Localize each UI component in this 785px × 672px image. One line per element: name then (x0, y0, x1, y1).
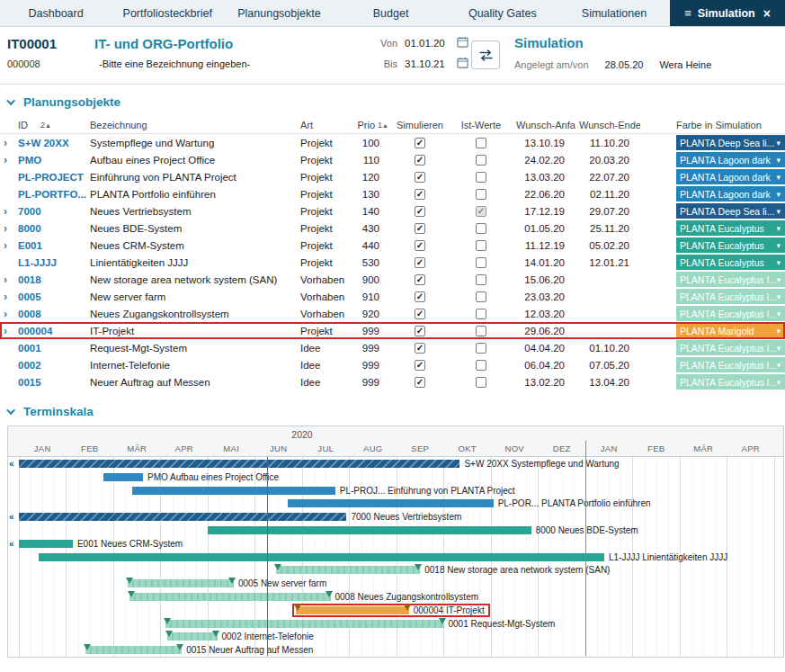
ist-werte-checkbox[interactable] (476, 326, 486, 336)
gantt-bar[interactable] (39, 553, 604, 561)
row-expander-icon[interactable]: › (4, 326, 7, 336)
cell-project-id[interactable]: 0015 (14, 377, 86, 388)
planning-section-header[interactable]: Planungsobjekte (0, 85, 785, 112)
ist-werte-checkbox[interactable] (476, 189, 486, 200)
gantt-bar[interactable] (19, 513, 347, 521)
header-art[interactable]: Art (297, 120, 349, 130)
simulieren-checkbox[interactable]: ✓ (415, 257, 425, 268)
ist-werte-checkbox[interactable] (476, 291, 486, 302)
simulieren-checkbox[interactable]: ✓ (415, 240, 425, 251)
farbe-select[interactable]: PLANTA Lagoon dark▾ (676, 169, 785, 184)
tab-portfoliosteckbrief[interactable]: Portfoliosteckbrief (112, 0, 223, 26)
table-row[interactable]: ›0005New server farmVorhaben910✓23.03.20… (0, 288, 785, 305)
row-expander-icon[interactable]: › (4, 138, 7, 148)
farbe-select[interactable]: PLANTA Marigold▾ (676, 323, 785, 338)
row-expander-icon[interactable]: › (4, 309, 7, 319)
tab-simulation-active[interactable]: ≡ Simulation × (670, 0, 785, 26)
bis-date-field[interactable]: 31.10.21 (405, 58, 450, 69)
cell-project-id[interactable]: 7000 (14, 206, 86, 217)
von-date-field[interactable]: 01.01.20 (405, 38, 450, 49)
row-expander-icon[interactable]: › (4, 223, 7, 234)
simulieren-checkbox[interactable]: ✓ (415, 223, 425, 234)
farbe-select[interactable]: PLANTA Lagoon dark▾ (676, 186, 785, 202)
header-simulieren[interactable]: Simulieren (390, 120, 450, 130)
table-row[interactable]: ›S+W 20XXSystempflege und WartungProjekt… (0, 134, 785, 151)
simulieren-checkbox[interactable]: ✓ (415, 189, 425, 200)
farbe-select[interactable]: PLANTA Eucalyptus l...▾ (676, 374, 785, 390)
gantt-bar[interactable] (19, 540, 73, 548)
ist-werte-checkbox[interactable] (476, 274, 486, 285)
simulieren-checkbox[interactable]: ✓ (415, 343, 425, 354)
tab-budget[interactable]: Budget (335, 0, 447, 26)
simulieren-checkbox[interactable]: ✓ (415, 309, 425, 319)
timeline-section-header[interactable]: Terminskala (0, 390, 785, 422)
row-expander-icon[interactable]: › (4, 274, 7, 285)
table-row[interactable]: ›8000Neues BDE-SystemProjekt430✓01.05.20… (0, 220, 785, 237)
calendar-icon[interactable] (457, 57, 468, 70)
ist-werte-checkbox[interactable] (476, 377, 486, 388)
cell-project-id[interactable]: S+W 20XX (14, 138, 86, 148)
header-id[interactable]: ID 2▲ (14, 120, 86, 130)
farbe-select[interactable]: PLANTA Deep Sea li...▾ (676, 135, 785, 150)
row-expander-icon[interactable]: › (4, 155, 7, 166)
cell-project-id[interactable]: 8000 (14, 223, 86, 234)
gantt-bar[interactable] (208, 526, 531, 534)
header-ist-werte[interactable]: Ist-Werte (450, 120, 513, 130)
ist-werte-checkbox[interactable] (476, 155, 486, 166)
simulieren-checkbox[interactable]: ✓ (415, 360, 425, 371)
farbe-select[interactable]: PLANTA Eucalyptus l...▾ (676, 289, 785, 304)
cell-project-id[interactable]: 0002 (14, 360, 86, 371)
tab-quality-gates[interactable]: Quality Gates (447, 0, 558, 26)
cell-project-id[interactable]: 0008 (14, 309, 86, 319)
table-row[interactable]: 0001Request-Mgt-SystemIdee999✓04.04.2001… (0, 339, 785, 356)
gantt-bar[interactable] (132, 487, 335, 495)
gantt-bar[interactable] (288, 499, 493, 507)
gantt-bar[interactable] (85, 646, 183, 654)
table-row[interactable]: ›0008Neues ZugangskontrollsystemVorhaben… (0, 305, 785, 322)
ist-werte-checkbox[interactable] (476, 240, 486, 251)
cell-project-id[interactable]: E001 (14, 240, 86, 251)
table-row[interactable]: ›000004IT-ProjektProjekt999✓29.06.20PLAN… (0, 322, 785, 339)
gantt-bar[interactable] (19, 460, 460, 468)
cell-project-id[interactable]: PL-PORTFO... (14, 189, 86, 200)
tab-planungsobjekte[interactable]: Planungsobjekte (223, 0, 335, 26)
simulieren-checkbox[interactable]: ✓ (415, 377, 425, 388)
cell-project-id[interactable]: 0018 (14, 274, 86, 285)
gantt-bar[interactable] (167, 632, 217, 641)
cell-project-id[interactable]: PL-PROJECT (14, 172, 86, 183)
table-row[interactable]: PL-PORTFO...PLANTA Portfolio einführenPr… (0, 185, 785, 202)
ist-werte-checkbox[interactable] (476, 223, 486, 234)
farbe-select[interactable]: PLANTA Lagoon dark▾ (676, 152, 785, 167)
farbe-select[interactable]: PLANTA Eucalyptus▾ (676, 220, 785, 236)
refresh-button[interactable] (471, 40, 500, 69)
collapse-chevron-icon[interactable] (6, 96, 15, 105)
cell-project-id[interactable]: L1-JJJJ (14, 257, 86, 268)
cell-project-id[interactable]: PMO (14, 155, 86, 166)
simulieren-checkbox[interactable]: ✓ (415, 291, 425, 302)
ist-werte-checkbox[interactable] (476, 257, 486, 268)
ist-werte-checkbox[interactable] (476, 343, 486, 354)
header-wunsch-anfang[interactable]: Wunsch-Anfang (513, 120, 575, 130)
gantt-bar[interactable] (129, 593, 330, 601)
gantt-bar[interactable] (276, 566, 420, 574)
farbe-select[interactable]: PLANTA Eucalyptus l...▾ (676, 306, 785, 321)
tab-dashboard[interactable]: Dashboard (0, 0, 112, 26)
cell-project-id[interactable]: 000004 (14, 326, 86, 336)
portfolio-subtitle[interactable]: -Bitte eine Bezeichnung eingeben- (99, 58, 250, 69)
table-row[interactable]: ›7000Neues VertriebsystemProjekt140✓✓17.… (0, 202, 785, 220)
cell-project-id[interactable]: 0005 (14, 291, 86, 302)
ist-werte-checkbox[interactable] (476, 172, 486, 183)
table-row[interactable]: 0002Internet-TelefonieIdee999✓06.04.2007… (0, 356, 785, 373)
header-prio[interactable]: Prio 1▲ (349, 120, 390, 130)
simulieren-checkbox[interactable]: ✓ (415, 172, 425, 183)
farbe-select[interactable]: PLANTA Eucalyptus l...▾ (676, 272, 785, 287)
row-expander-icon[interactable]: › (4, 240, 7, 251)
table-row[interactable]: ›E001Neues CRM-SystemProjekt440✓11.12.19… (0, 237, 785, 254)
farbe-select[interactable]: PLANTA Eucalyptus▾ (676, 237, 785, 253)
header-farbe[interactable]: Farbe in Simulation (676, 120, 785, 130)
gantt-bar[interactable] (296, 606, 409, 614)
ist-werte-checkbox[interactable] (476, 360, 486, 371)
header-bezeichnung[interactable]: Bezeichnung (86, 120, 297, 130)
table-row[interactable]: ›0018New storage area network system (SA… (0, 271, 785, 288)
simulieren-checkbox[interactable]: ✓ (415, 206, 425, 217)
